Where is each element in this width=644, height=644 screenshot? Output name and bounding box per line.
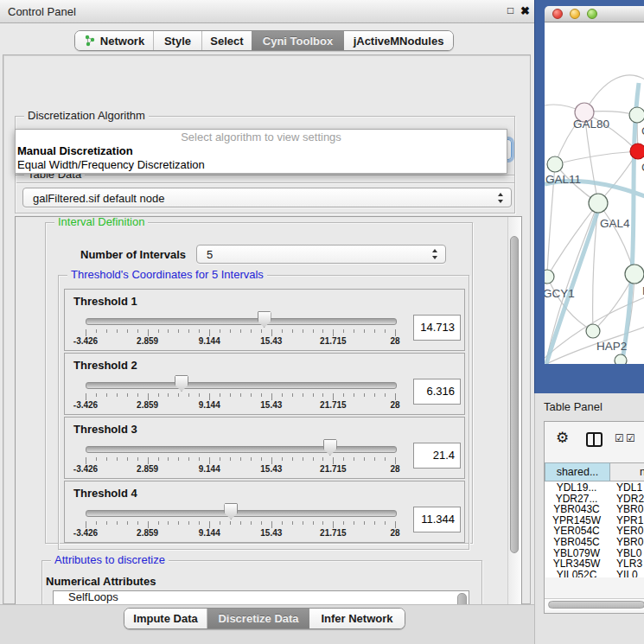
minor-tick — [158, 457, 159, 461]
top-tab-bar: Network Style Select Cyni Toolbox jActiv… — [74, 30, 454, 51]
column-header-shared[interactable]: shared... — [545, 462, 610, 481]
network-node[interactable] — [630, 143, 644, 159]
minor-tick — [220, 521, 220, 525]
close-traffic-light-icon[interactable] — [552, 9, 563, 19]
tab-impute-data[interactable]: Impute Data — [124, 609, 207, 628]
minor-tick — [168, 521, 169, 525]
node-label: GAL80 — [573, 118, 609, 131]
slider-track[interactable] — [86, 318, 397, 325]
close-icon[interactable]: ✖ — [519, 4, 532, 17]
tab-infer-network-label: Infer Network — [321, 612, 392, 625]
select-all-checkbox-icon[interactable]: ☑ — [626, 433, 635, 443]
table-row[interactable]: YBL079WYBL0 — [545, 547, 644, 558]
slider-handle[interactable] — [175, 375, 188, 392]
threshold-value-input[interactable]: 11.344 — [413, 507, 461, 532]
table-row[interactable]: YBR043CYBR0 — [545, 503, 644, 514]
table-row[interactable]: YPR145WYPR1 — [545, 514, 644, 526]
columns-icon[interactable] — [586, 432, 603, 447]
slider-track[interactable] — [86, 446, 397, 453]
threshold-slider[interactable]: -3.4262.8599.14415.4321.71528 — [65, 418, 464, 478]
minor-tick — [313, 329, 314, 333]
minor-tick — [354, 329, 354, 333]
panel-title: Control Panel — [8, 5, 76, 18]
attribute-item[interactable]: SelfLoops — [54, 591, 469, 603]
major-tick — [271, 457, 272, 464]
minor-tick — [343, 329, 344, 333]
minor-tick — [303, 457, 303, 461]
minor-tick — [251, 457, 252, 461]
minor-tick — [137, 329, 138, 333]
algorithm-option-equal-width[interactable]: Equal Width/Frequency Discretization — [16, 158, 507, 172]
tab-cyni-toolbox[interactable]: Cyni Toolbox — [252, 31, 344, 50]
minor-tick — [343, 457, 344, 461]
tab-select[interactable]: Select — [202, 31, 252, 50]
minor-tick — [282, 521, 283, 525]
network-window-titlebar — [545, 6, 644, 22]
table-data-combo[interactable]: galFiltered.sif default node — [22, 188, 512, 207]
minor-tick — [137, 457, 138, 461]
threshold-panel: Threshold 2-3.4262.8599.14415.4321.71528… — [64, 353, 465, 415]
gear-icon[interactable]: ⚙ — [556, 430, 569, 445]
table-row[interactable]: YIL052CYIL0 — [545, 569, 644, 577]
select-checkbox-icon[interactable]: ☑ — [615, 433, 624, 443]
network-node[interactable] — [586, 324, 600, 338]
minor-tick — [178, 521, 179, 525]
column-header-name[interactable]: n — [610, 462, 644, 481]
scrollbar-thumb[interactable] — [510, 236, 519, 553]
scrollbar-thumb[interactable] — [548, 601, 644, 609]
tab-network[interactable]: Network — [75, 31, 154, 50]
minor-tick — [96, 329, 97, 333]
network-canvas[interactable]: GAL80GACGAL11GAL4GCY1HHAP2 — [545, 22, 644, 364]
name-cell: YDR2 — [608, 493, 644, 504]
minor-tick — [158, 393, 159, 397]
table-row[interactable]: YBR045CYBR0 — [545, 536, 644, 547]
node-label: GCY1 — [545, 287, 575, 300]
minor-tick — [96, 457, 97, 461]
tab-discretize-data[interactable]: Discretize Data — [207, 609, 309, 628]
major-tick — [148, 329, 149, 336]
threshold-panel: Threshold 1-3.4262.8599.14415.4321.71528… — [64, 289, 465, 351]
network-node[interactable] — [547, 156, 563, 172]
slider-handle[interactable] — [224, 503, 238, 520]
slider-track[interactable] — [86, 510, 397, 517]
tick-label: 28 — [376, 400, 414, 410]
table-row[interactable]: YLR345WYLR3 — [545, 558, 644, 569]
tab-jactivemnodules[interactable]: jActiveMNodules — [344, 31, 453, 50]
algorithm-option-manual[interactable]: Manual Discretization — [16, 144, 507, 158]
slider-handle[interactable] — [323, 439, 337, 456]
number-of-intervals-combo[interactable]: 5 — [196, 245, 446, 264]
table-row[interactable]: YER054CYER0 — [545, 525, 644, 536]
minor-tick — [303, 393, 303, 397]
threshold-slider[interactable]: -3.4262.8599.14415.4321.71528 — [65, 354, 464, 414]
cyni-toolbox-panel: Discretization Algorithm Select algorith… — [3, 54, 531, 604]
number-of-intervals-value: 5 — [207, 248, 213, 261]
minor-tick — [292, 457, 293, 461]
network-node[interactable] — [625, 265, 644, 284]
threshold-value-input[interactable]: 6.316 — [413, 379, 461, 405]
minor-tick — [158, 329, 159, 333]
network-node[interactable] — [615, 354, 627, 364]
float-icon[interactable]: □ — [504, 4, 517, 17]
threshold-slider[interactable]: -3.4262.8599.14415.4321.71528 — [65, 481, 464, 542]
shared-name-cell: YBL079W — [545, 547, 608, 558]
threshold-value-input[interactable]: 14.713 — [413, 315, 461, 341]
tick-label: -3.426 — [67, 336, 105, 346]
minimize-traffic-light-icon[interactable] — [570, 9, 580, 19]
zoom-traffic-light-icon[interactable] — [587, 9, 597, 19]
tab-style[interactable]: Style — [154, 31, 202, 50]
network-node[interactable] — [589, 194, 608, 213]
minor-tick — [292, 329, 293, 333]
slider-track[interactable] — [86, 382, 397, 389]
minor-tick — [127, 329, 128, 333]
threshold-slider[interactable]: -3.4262.8599.14415.4321.71528 — [65, 290, 464, 350]
table-row[interactable]: YDL19...YDL1 — [545, 481, 644, 493]
network-node[interactable] — [545, 270, 554, 284]
table-horizontal-scrollbar[interactable] — [545, 598, 644, 610]
tab-infer-network[interactable]: Infer Network — [309, 609, 405, 628]
viewport-scrollbar[interactable] — [507, 217, 521, 631]
tick-label: 15.43 — [252, 336, 290, 346]
table-row[interactable]: YDR27...YDR2 — [545, 493, 644, 504]
threshold-value-input[interactable]: 21.4 — [413, 443, 461, 469]
slider-handle[interactable] — [258, 311, 271, 328]
network-node[interactable] — [629, 107, 644, 123]
